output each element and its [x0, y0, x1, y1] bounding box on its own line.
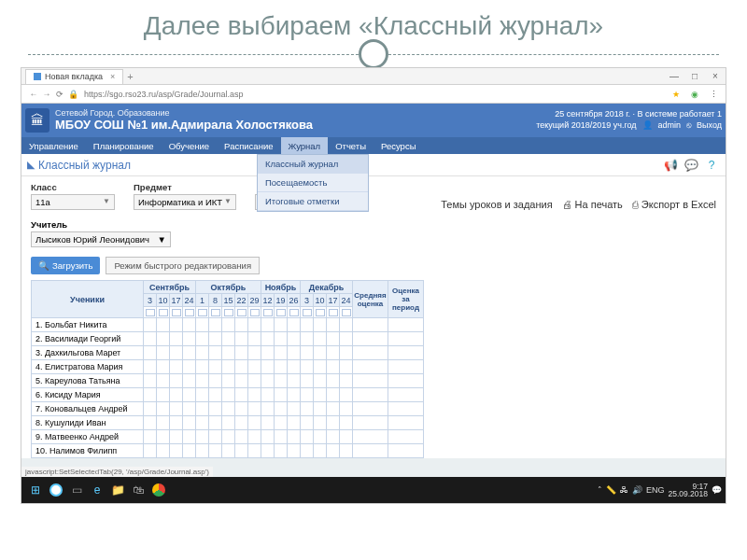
student-name[interactable]: 5. Кареулова Татьяна: [32, 374, 144, 388]
student-name[interactable]: 8. Кушулиди Иван: [32, 416, 144, 430]
grade-cell[interactable]: [288, 430, 301, 444]
grade-cell[interactable]: [275, 416, 288, 430]
grade-cell[interactable]: [340, 444, 353, 458]
maximize-button[interactable]: □: [684, 71, 705, 81]
grade-cell[interactable]: [183, 388, 196, 402]
grade-cell[interactable]: [301, 374, 314, 388]
nav-item-management[interactable]: Управление: [21, 137, 86, 154]
grade-cell[interactable]: [157, 430, 170, 444]
day-header[interactable]: 17: [327, 294, 340, 307]
subject-select[interactable]: Информатика и ИКТ▼: [134, 194, 236, 210]
grade-cell[interactable]: [157, 346, 170, 360]
grade-cell[interactable]: [170, 402, 183, 416]
grade-cell[interactable]: [144, 374, 157, 388]
messages-icon[interactable]: 💬: [683, 158, 699, 173]
grade-cell[interactable]: [288, 318, 301, 332]
grade-cell[interactable]: [301, 360, 314, 374]
grade-cell[interactable]: [183, 444, 196, 458]
grade-cell[interactable]: [183, 402, 196, 416]
student-name[interactable]: 1. Больбат Никита: [32, 318, 144, 332]
grade-cell[interactable]: [288, 388, 301, 402]
grade-cell[interactable]: [144, 346, 157, 360]
nav-item-journal[interactable]: Журнал: [281, 137, 329, 154]
new-tab-icon[interactable]: +: [127, 71, 133, 82]
day-header[interactable]: 29: [248, 294, 261, 307]
grade-cell[interactable]: [275, 444, 288, 458]
grade-cell[interactable]: [157, 360, 170, 374]
user-name[interactable]: admin: [658, 120, 682, 132]
grade-cell[interactable]: [275, 332, 288, 346]
grade-cell[interactable]: [144, 388, 157, 402]
grade-cell[interactable]: [261, 444, 275, 458]
grade-cell[interactable]: [301, 346, 314, 360]
grade-cell[interactable]: [209, 402, 222, 416]
notifications-icon[interactable]: 💬: [712, 485, 722, 495]
grade-cell[interactable]: [144, 360, 157, 374]
grade-cell[interactable]: [144, 416, 157, 430]
grade-cell[interactable]: [248, 430, 261, 444]
student-name[interactable]: 2. Василиади Георгий: [32, 332, 144, 346]
grade-cell[interactable]: [314, 360, 327, 374]
grade-cell[interactable]: [261, 416, 275, 430]
day-header[interactable]: 10: [157, 294, 170, 307]
grade-cell[interactable]: [301, 388, 314, 402]
grade-cell[interactable]: [288, 444, 301, 458]
grade-cell[interactable]: [183, 374, 196, 388]
grade-cell[interactable]: [170, 374, 183, 388]
grade-cell[interactable]: [235, 332, 248, 346]
star-icon[interactable]: ★: [669, 90, 683, 99]
grade-cell[interactable]: [314, 402, 327, 416]
grade-cell[interactable]: [275, 402, 288, 416]
minimize-button[interactable]: —: [664, 71, 684, 81]
grade-cell[interactable]: [222, 388, 235, 402]
day-header[interactable]: 24: [183, 294, 196, 307]
grade-cell[interactable]: [248, 402, 261, 416]
grade-cell[interactable]: [144, 444, 157, 458]
grade-cell[interactable]: [222, 402, 235, 416]
student-name[interactable]: 9. Матвеенко Андрей: [32, 430, 144, 444]
grade-cell[interactable]: [235, 402, 248, 416]
grade-cell[interactable]: [196, 416, 209, 430]
exit-link[interactable]: Выход: [697, 120, 722, 132]
grade-cell[interactable]: [327, 332, 340, 346]
day-checkbox[interactable]: [209, 307, 222, 318]
explorer-icon[interactable]: 📁: [107, 480, 128, 500]
day-header[interactable]: 3: [144, 294, 157, 307]
grade-cell[interactable]: [288, 402, 301, 416]
grade-cell[interactable]: [209, 360, 222, 374]
grade-cell[interactable]: [222, 374, 235, 388]
grade-cell[interactable]: [301, 332, 314, 346]
nav-item-reports[interactable]: Отчеты: [328, 137, 374, 154]
grade-cell[interactable]: [340, 374, 353, 388]
grade-cell[interactable]: [196, 430, 209, 444]
grade-cell[interactable]: [209, 332, 222, 346]
menu-icon[interactable]: ⋮: [707, 90, 720, 99]
grade-cell[interactable]: [301, 430, 314, 444]
grade-cell[interactable]: [157, 402, 170, 416]
day-checkbox[interactable]: [248, 307, 261, 318]
grade-cell[interactable]: [327, 346, 340, 360]
grade-cell[interactable]: [288, 374, 301, 388]
grade-cell[interactable]: [222, 444, 235, 458]
day-header[interactable]: 17: [170, 294, 183, 307]
grade-cell[interactable]: [170, 388, 183, 402]
grade-cell[interactable]: [196, 346, 209, 360]
day-header[interactable]: 19: [275, 294, 288, 307]
grade-cell[interactable]: [209, 388, 222, 402]
edge-icon[interactable]: e: [87, 480, 107, 500]
grade-cell[interactable]: [157, 416, 170, 430]
grade-cell[interactable]: [235, 444, 248, 458]
grade-cell[interactable]: [248, 346, 261, 360]
grade-cell[interactable]: [340, 332, 353, 346]
grade-cell[interactable]: [301, 318, 314, 332]
grade-cell[interactable]: [209, 416, 222, 430]
url-text[interactable]: https://sgo.rso23.ru/asp/Grade/Journal.a…: [84, 90, 244, 99]
day-checkbox[interactable]: [222, 307, 235, 318]
grade-cell[interactable]: [327, 318, 340, 332]
grade-cell[interactable]: [340, 416, 353, 430]
day-header[interactable]: 12: [261, 294, 275, 307]
tray-ruler-icon[interactable]: 📏: [606, 485, 616, 495]
grade-cell[interactable]: [327, 360, 340, 374]
grade-cell[interactable]: [157, 444, 170, 458]
grade-cell[interactable]: [209, 374, 222, 388]
